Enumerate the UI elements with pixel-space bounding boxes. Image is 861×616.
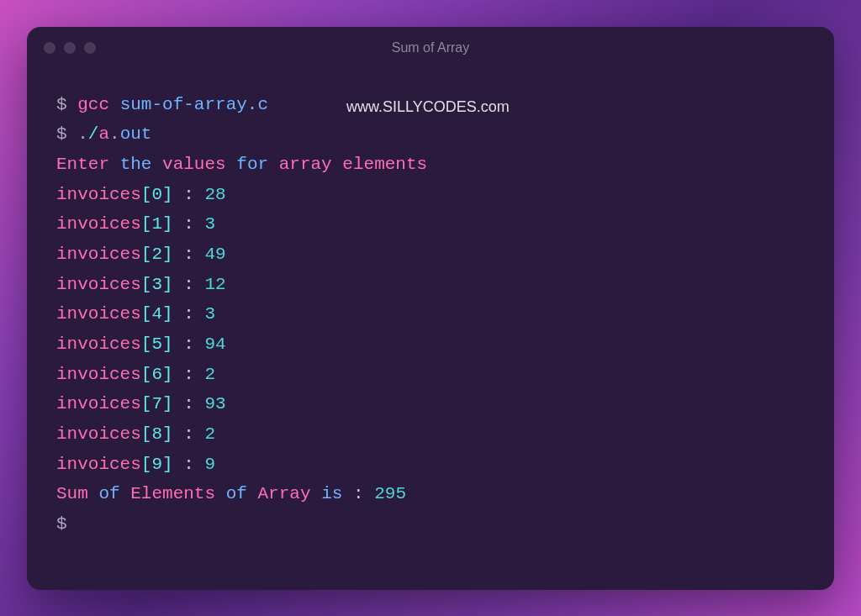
close-button[interactable] bbox=[44, 42, 55, 54]
array-entry-line: invoices[3] : 12 bbox=[56, 270, 805, 300]
command-line-run: $ ./a.out bbox=[56, 119, 805, 150]
array-index: 7 bbox=[151, 394, 162, 413]
run-exe-out: out bbox=[120, 124, 152, 144]
array-entry-line: invoices[2] : 49 bbox=[56, 240, 805, 270]
array-value: 3 bbox=[204, 304, 215, 324]
array-name: invoices bbox=[56, 394, 141, 413]
array-name: invoices bbox=[56, 334, 141, 354]
run-slash: / bbox=[88, 124, 99, 144]
prompt-word: array bbox=[279, 155, 332, 174]
terminal-window: Sum of Array www.SILLYCODES.com $ gcc su… bbox=[27, 27, 834, 590]
prompt-symbol: $ bbox=[56, 124, 67, 144]
result-word: of bbox=[226, 484, 247, 503]
array-value: 94 bbox=[204, 334, 225, 354]
result-word: Array bbox=[258, 484, 311, 503]
prompt-symbol: $ bbox=[56, 514, 67, 534]
window-title: Sum of Array bbox=[392, 40, 469, 55]
array-index: 8 bbox=[151, 424, 162, 444]
run-exe-a: a bbox=[98, 124, 109, 144]
array-name: invoices bbox=[56, 365, 141, 384]
array-value: 2 bbox=[204, 424, 215, 444]
result-word: Elements bbox=[130, 484, 215, 503]
terminal-content[interactable]: www.SILLYCODES.com $ gcc sum-of-array.c … bbox=[27, 69, 834, 590]
array-entry-line: invoices[4] : 3 bbox=[56, 299, 805, 329]
array-value: 93 bbox=[204, 394, 225, 413]
array-value: 2 bbox=[204, 365, 215, 384]
array-entry-line: invoices[8] : 2 bbox=[56, 419, 805, 450]
array-entry-line: invoices[6] : 2 bbox=[56, 360, 805, 390]
array-entry-line: invoices[5] : 94 bbox=[56, 329, 805, 360]
result-line: Sum of Elements of Array is : 295 bbox=[56, 479, 805, 509]
array-value: 28 bbox=[204, 185, 225, 204]
array-index: 4 bbox=[151, 304, 162, 324]
traffic-lights bbox=[44, 42, 96, 54]
array-index: 3 bbox=[151, 275, 162, 294]
array-entry-line: invoices[7] : 93 bbox=[56, 389, 805, 419]
array-name: invoices bbox=[56, 245, 141, 264]
array-name: invoices bbox=[56, 304, 141, 324]
compile-command: gcc bbox=[77, 95, 109, 114]
array-name: invoices bbox=[56, 455, 141, 474]
array-index: 5 bbox=[151, 334, 162, 354]
prompt-word: Enter bbox=[56, 155, 109, 174]
prompt-word: the bbox=[120, 155, 152, 174]
result-colon: : bbox=[342, 484, 374, 503]
prompt-word: values bbox=[162, 155, 226, 174]
result-word: Sum bbox=[56, 484, 88, 503]
maximize-button[interactable] bbox=[84, 42, 96, 54]
result-value: 295 bbox=[374, 484, 406, 503]
window-titlebar: Sum of Array bbox=[27, 27, 834, 69]
prompt-symbol: $ bbox=[56, 95, 67, 114]
array-index: 0 bbox=[151, 185, 162, 204]
result-word: of bbox=[98, 484, 119, 503]
array-value: 49 bbox=[204, 245, 225, 264]
minimize-button[interactable] bbox=[64, 42, 76, 54]
array-value: 9 bbox=[204, 455, 215, 474]
source-file: sum-of-array.c bbox=[120, 95, 268, 114]
prompt-line-empty: $ bbox=[56, 509, 805, 540]
array-index: 2 bbox=[151, 245, 162, 264]
array-entry-line: invoices[0] : 28 bbox=[56, 180, 805, 210]
array-name: invoices bbox=[56, 275, 141, 294]
array-entry-line: invoices[1] : 3 bbox=[56, 209, 805, 240]
prompt-word: elements bbox=[342, 155, 427, 174]
run-dot: . bbox=[77, 124, 88, 144]
output-prompt-line: Enter the values for array elements bbox=[56, 150, 805, 180]
array-name: invoices bbox=[56, 424, 141, 444]
array-name: invoices bbox=[56, 214, 141, 234]
array-index: 6 bbox=[151, 365, 162, 384]
array-name: invoices bbox=[56, 185, 141, 204]
watermark-text: www.SILLYCODES.com bbox=[346, 94, 510, 120]
array-index: 9 bbox=[151, 455, 162, 474]
result-word: is bbox=[321, 484, 342, 503]
array-index: 1 bbox=[151, 214, 162, 234]
array-entry-line: invoices[9] : 9 bbox=[56, 450, 805, 480]
array-value: 3 bbox=[204, 214, 215, 234]
run-dot2: . bbox=[109, 124, 120, 144]
array-value: 12 bbox=[204, 275, 225, 294]
prompt-word: for bbox=[236, 155, 268, 174]
